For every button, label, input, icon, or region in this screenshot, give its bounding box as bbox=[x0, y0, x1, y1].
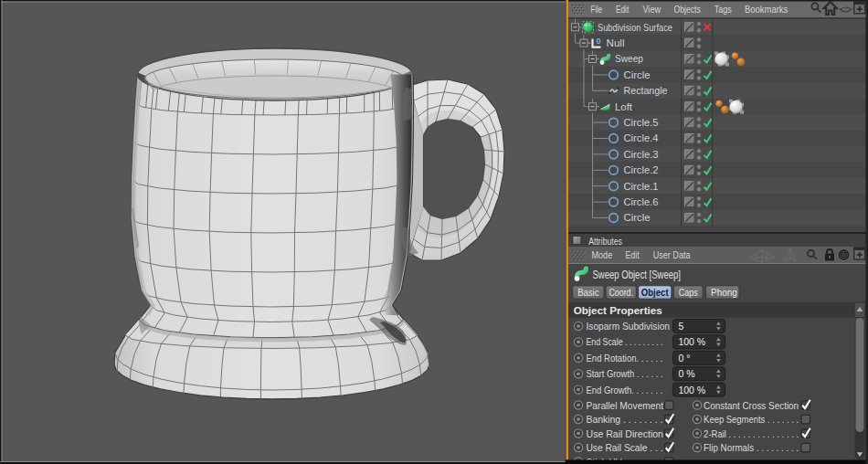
svg-text:Keep Segments . . . . . . .: Keep Segments . . . . . . . bbox=[704, 414, 799, 425]
svg-text:Rectangle: Rectangle bbox=[624, 85, 668, 96]
svg-text:View: View bbox=[642, 4, 661, 15]
svg-text:Start Growth . . . . . .: Start Growth . . . . . . bbox=[587, 368, 663, 379]
svg-text:Circle.5: Circle.5 bbox=[624, 117, 659, 128]
svg-text:Isoparm Subdivision: Isoparm Subdivision bbox=[587, 321, 671, 332]
svg-text:End Scale . . . . . . . . .: End Scale . . . . . . . . . bbox=[587, 336, 663, 347]
svg-text:End Rotation. . . . . .: End Rotation. . . . . . bbox=[587, 353, 663, 364]
svg-text:Banking . . . . . . . .: Banking . . . . . . . . bbox=[587, 414, 663, 425]
svg-text:Circle: Circle bbox=[624, 69, 651, 80]
svg-text:Object: Object bbox=[641, 287, 669, 298]
svg-text:File: File bbox=[591, 4, 603, 15]
svg-text:End Growth. . . . . . .: End Growth. . . . . . . bbox=[587, 385, 663, 395]
svg-text:Object Properties: Object Properties bbox=[574, 305, 662, 316]
svg-text:User Data: User Data bbox=[653, 249, 692, 260]
svg-text:Use Rail Direction: Use Rail Direction bbox=[587, 428, 664, 439]
svg-text:Bookmarks: Bookmarks bbox=[745, 4, 789, 15]
svg-text:Basic: Basic bbox=[577, 287, 599, 298]
svg-text:Flip Normals . . . . . . . . .: Flip Normals . . . . . . . . . bbox=[704, 442, 799, 453]
svg-text:100 %: 100 % bbox=[678, 385, 705, 395]
svg-text:Phong: Phong bbox=[711, 287, 737, 298]
svg-text:Use Rail Scale . . .: Use Rail Scale . . . bbox=[587, 442, 663, 453]
svg-text:Edit: Edit bbox=[616, 4, 629, 15]
svg-text:Attributes: Attributes bbox=[588, 236, 622, 247]
svg-text:Subdivision Surface: Subdivision Surface bbox=[598, 22, 672, 33]
svg-text:Null: Null bbox=[607, 37, 625, 48]
svg-text:Mode: Mode bbox=[592, 249, 613, 260]
svg-text:Objects: Objects bbox=[674, 4, 702, 15]
svg-text:Circle.2: Circle.2 bbox=[624, 164, 659, 175]
svg-text:Coord.: Coord. bbox=[609, 287, 633, 298]
svg-text:Circle.4: Circle.4 bbox=[624, 132, 659, 143]
svg-text:0: 0 bbox=[596, 37, 600, 46]
svg-text:Loft: Loft bbox=[615, 101, 632, 112]
svg-text:Caps: Caps bbox=[679, 287, 698, 298]
svg-text:Edit: Edit bbox=[625, 249, 639, 260]
svg-text:Circle.3: Circle.3 bbox=[624, 149, 659, 160]
svg-text:Tags: Tags bbox=[715, 4, 732, 15]
svg-text:0 °: 0 ° bbox=[678, 353, 690, 364]
svg-text:Sweep: Sweep bbox=[615, 53, 643, 64]
svg-text:Circle: Circle bbox=[624, 212, 651, 223]
svg-text:Circle.1: Circle.1 bbox=[624, 181, 659, 192]
svg-text:Sweep Object [Sweep]: Sweep Object [Sweep] bbox=[592, 269, 681, 281]
svg-text:Parallel Movement: Parallel Movement bbox=[587, 400, 664, 411]
svg-text:Constant Cross Section: Constant Cross Section bbox=[704, 400, 799, 411]
svg-text:2-Rail . . . . . . . . . . . .: 2-Rail . . . . . . . . . . . . . . . bbox=[704, 428, 799, 439]
svg-text:5: 5 bbox=[678, 321, 683, 332]
svg-text:100 %: 100 % bbox=[678, 336, 705, 347]
svg-text:0 %: 0 % bbox=[678, 368, 694, 379]
svg-text:Circle.6: Circle.6 bbox=[624, 196, 659, 207]
